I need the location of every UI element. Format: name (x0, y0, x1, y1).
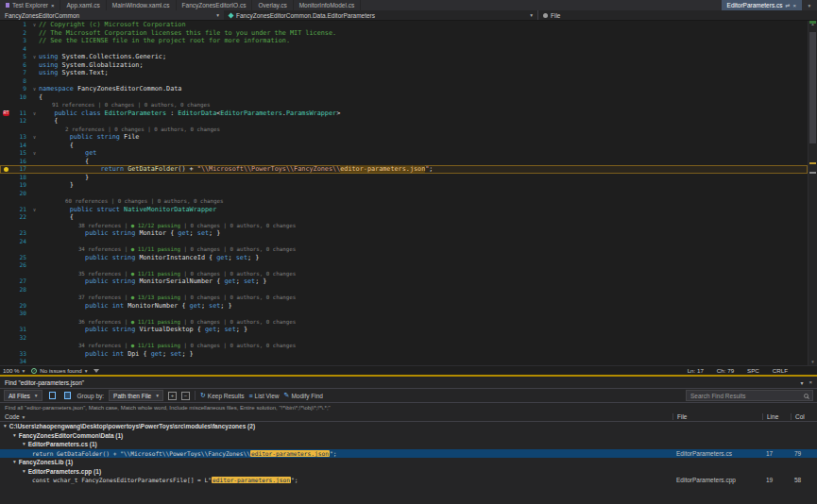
expander-icon[interactable]: ▾ (13, 458, 16, 467)
editor-line[interactable]: 32 (0, 334, 808, 343)
editor-line[interactable]: 18 } (0, 174, 808, 182)
document-health[interactable]: ✓ No issues found ▾ (31, 367, 87, 374)
whitespace-indicator[interactable]: SPC (747, 367, 759, 374)
expander-icon[interactable]: ▾ (23, 467, 26, 477)
column-file[interactable]: File (672, 413, 762, 420)
codelens-row[interactable]: 35 references | ● 11/11 passing | 0 chan… (0, 270, 808, 278)
scope-dropdown[interactable]: All Files ▾ (4, 390, 43, 401)
expand-all-icon[interactable]: + (168, 392, 177, 400)
editor-line[interactable]: 34 (0, 358, 808, 365)
find-document-icon[interactable] (62, 391, 73, 401)
codelens-row[interactable]: 34 references | ● 11/11 passing | 0 chan… (0, 342, 808, 350)
editor-line[interactable]: 1∨// Copyright (c) Microsoft Corporation (0, 21, 808, 29)
tab-editorparameters-cs[interactable]: EditorParameters.cs ⇄ × (722, 0, 802, 10)
tab-test-explorer[interactable]: Test Explorer× (0, 0, 60, 10)
find-result-folder[interactable]: ▾FancyZonesLib (1) (0, 458, 817, 467)
fold-icon[interactable]: ∨ (30, 206, 39, 214)
tab-app-xaml-cs[interactable]: App.xaml.cs (60, 0, 106, 10)
editor-line[interactable]: 22 { (0, 213, 808, 222)
editor-line[interactable]: 15∨ get (0, 149, 808, 158)
editor-line[interactable]: 3// See the LICENSE file in the project … (0, 37, 808, 45)
codelens-row[interactable]: 34 references | ● 11/11 passing | 0 chan… (0, 245, 808, 254)
tab-fancyzoneseditorio-cs[interactable]: FancyZonesEditorIO.cs (177, 0, 253, 10)
project-dropdown[interactable]: FancyZonesEditorCommon ▾ (0, 10, 224, 20)
find-result-folder[interactable]: ▾C:\Users\zhaopengwang\Desktop\powertoys… (0, 422, 817, 431)
line-indicator[interactable]: Ln: 17 (688, 367, 704, 374)
column-indicator[interactable]: Ch: 79 (717, 367, 734, 374)
fold-icon[interactable]: ∨ (30, 53, 39, 61)
filter-icon[interactable] (94, 369, 99, 373)
editor-scrollbar[interactable]: ▲ ▼ (808, 21, 817, 365)
modify-find-button[interactable]: ✎ Modify Find (284, 392, 323, 399)
close-icon[interactable]: × (792, 3, 796, 8)
column-code[interactable]: Code ▾ (0, 413, 672, 420)
expander-icon[interactable]: ▾ (4, 422, 7, 431)
editor-line[interactable]: 9∨namespace FancyZonesEditorCommon.Data (0, 85, 808, 93)
search-find-results-input[interactable]: Search Find Results (686, 390, 813, 401)
editor-line[interactable]: 8 (0, 77, 808, 86)
editor-line[interactable]: 17 return GetDataFolder() + "\\Microsoft… (0, 165, 808, 174)
expander-icon[interactable]: ▾ (23, 440, 26, 449)
editor-line[interactable]: 33 public int Dpi { get; set; } (0, 350, 808, 359)
editor-line[interactable]: 20 (0, 190, 808, 198)
editor-line[interactable]: 16 { (0, 158, 808, 166)
editor-line[interactable]: RT11∨ public class EditorParameters : Ed… (0, 109, 808, 118)
editor-line[interactable]: 28 (0, 286, 808, 294)
chevron-down-icon[interactable]: ▾ (800, 379, 803, 386)
find-in-files-icon[interactable] (47, 391, 58, 401)
find-result-match[interactable]: const wchar_t FancyZonesEditorParameters… (0, 476, 817, 485)
keep-results-toggle[interactable]: ↻ Keep Results (200, 392, 245, 399)
find-result-file[interactable]: ▾EditorParameters.cs (1) (0, 440, 817, 449)
editor-line[interactable]: 24 (0, 238, 808, 246)
tab-overlay-cs[interactable]: Overlay.cs (252, 0, 293, 10)
column-col[interactable]: Col (791, 413, 817, 420)
editor-line[interactable]: 12 { (0, 117, 808, 126)
find-result-file[interactable]: ▾EditorParameters.cpp (1) (0, 467, 817, 477)
editor-line[interactable]: 7using System.Text; (0, 69, 808, 77)
eol-indicator[interactable]: CRLF (773, 367, 788, 374)
editor-line[interactable]: 14 { (0, 142, 808, 150)
fold-icon[interactable]: ∨ (30, 85, 39, 93)
tab-monitorinfomodel-cs[interactable]: MonitorInfoModel.cs (294, 0, 362, 10)
expander-icon[interactable]: ▾ (13, 431, 16, 441)
margin-badge[interactable]: RT (3, 110, 10, 116)
member-dropdown[interactable]: File (537, 10, 817, 20)
editor-line[interactable]: 23 public string Monitor { get; set; } (0, 229, 808, 238)
codelens-row[interactable]: 91 references | 0 changes | 0 authors, 0… (0, 101, 808, 109)
close-icon[interactable]: × (51, 3, 55, 8)
editor-line[interactable]: 30 (0, 310, 808, 318)
code-editor[interactable]: 1∨// Copyright (c) Microsoft Corporation… (0, 21, 817, 365)
zoom-dropdown[interactable]: 100 % ▾ (3, 367, 25, 374)
codelens-row[interactable]: 60 references | 0 changes | 0 authors, 0… (0, 197, 808, 206)
editor-line[interactable]: 13∨ public string File (0, 133, 808, 142)
editor-line[interactable]: 26 (0, 261, 808, 270)
group-by-dropdown[interactable]: Path then File ▾ (109, 390, 163, 401)
tab-mainwindow-xaml-cs[interactable]: MainWindow.xaml.cs (107, 0, 177, 10)
fold-icon[interactable]: ∨ (30, 149, 39, 158)
fold-icon[interactable]: ∨ (30, 21, 39, 29)
codelens-row[interactable]: 2 references | 0 changes | 0 authors, 0 … (0, 126, 808, 134)
close-icon[interactable]: × (808, 379, 812, 386)
tab-list-chevron-icon[interactable]: ▾ (802, 0, 817, 10)
scroll-down-icon[interactable]: ▼ (808, 359, 817, 365)
editor-line[interactable]: 29 public int MonitorNumber { get; set; … (0, 302, 808, 311)
type-dropdown[interactable]: FancyZonesEditorCommon.Data.EditorParame… (224, 10, 537, 20)
editor-line[interactable]: 5∨using System.Collections.Generic; (0, 53, 808, 61)
compare-icon[interactable]: ⇄ (785, 2, 790, 8)
codelens-row[interactable]: 37 references | ● 13/13 passing | 0 chan… (0, 294, 808, 302)
editor-line[interactable]: 31 public string VirtualDesktop { get; s… (0, 326, 808, 334)
fold-icon[interactable]: ∨ (30, 109, 39, 118)
editor-line[interactable]: 25 public string MonitorInstanceId { get… (0, 254, 808, 262)
scrollbar-thumb[interactable] (809, 32, 816, 143)
codelens-row[interactable]: 36 references | ● 11/11 passing | 0 chan… (0, 318, 808, 327)
editor-line[interactable]: 27 public string MonitorSerialNumber { g… (0, 277, 808, 286)
fold-icon[interactable]: ∨ (30, 133, 39, 142)
editor-line[interactable]: 10{ (0, 93, 808, 102)
codelens-row[interactable]: 38 references | ● 12/12 passing | 0 chan… (0, 222, 808, 230)
find-result-match[interactable]: return GetDataFolder() + "\\Microsoft\\P… (0, 449, 817, 459)
find-result-folder[interactable]: ▾FancyZonesEditorCommon\Data (1) (0, 431, 817, 441)
editor-line[interactable]: 2// The Microsoft Corporation licenses t… (0, 29, 808, 38)
editor-line[interactable]: 4 (0, 45, 808, 54)
column-line[interactable]: Line (762, 413, 791, 420)
collapse-all-icon[interactable]: − (181, 392, 190, 400)
